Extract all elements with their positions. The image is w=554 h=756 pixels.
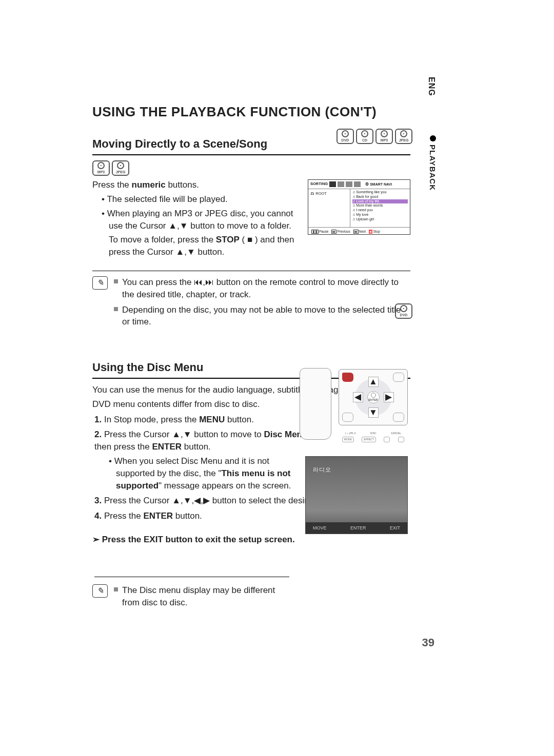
text-frag: Previous <box>337 230 350 233</box>
side-tab-dot <box>430 135 436 141</box>
pad-label: ( ⌂ )/PL II <box>345 432 356 435</box>
text-frag: Pause <box>319 230 328 233</box>
dpad-up-icon: ▲ <box>368 377 379 387</box>
pad-bottom-row-2: MODE EFFECT <box>339 437 407 442</box>
discmenu-exit: Press the EXIT button to exit the setup … <box>92 534 410 546</box>
dpad-illustration: ▲ ▼ ◀ ▶ ENTER ( ⌂ )/PL II D/SC CANCEL MO… <box>339 369 408 425</box>
text-frag: button. <box>225 415 254 424</box>
badge-jpeg-inline: JPEG <box>112 160 129 176</box>
text-frag-bold: ENTER <box>152 442 182 452</box>
dpad-enter-button: ENTER <box>367 391 380 403</box>
pad-label: CANCEL <box>391 432 401 435</box>
text-frag-bold: numeric <box>132 180 166 190</box>
sn-song: Uptown girl <box>352 217 408 222</box>
tv-screen-illustration: 라디오 MOVE ENTER EXIT <box>305 456 408 534</box>
scene-bullet-2: When playing an MP3 or JPEG disc, you ca… <box>102 208 307 232</box>
text-frag: " message appears on the screen. <box>159 481 291 491</box>
discmenu-step-2b: When you select Disc Menu and it is not … <box>109 455 304 492</box>
badge-mp3-inline-label: MP3 <box>97 170 105 175</box>
text-frag-bold: ENTER <box>143 511 173 521</box>
sn-tab-icon <box>329 181 336 187</box>
pad-mini-button: MODE <box>342 437 354 442</box>
enter-ring-icon <box>371 393 376 398</box>
sn-root-folder: ROOT <box>310 191 327 196</box>
sn-stop: ■Stop <box>369 229 380 234</box>
note-icon: ✎ <box>92 584 108 598</box>
discmenu-step-2: 2. Press the Cursor ▲,▼ button to move t… <box>94 428 330 453</box>
text-frag: Next <box>359 230 366 233</box>
tv-enter-label: ENTER <box>350 525 366 532</box>
text-frag: To move a folder, press the <box>109 235 216 244</box>
text-frag: Press the Cursor ▲,▼,◀,▶ button to selec… <box>104 496 339 505</box>
smart-navi-panel: SORTING SMART NAVI ROOT Something like y… <box>308 179 410 235</box>
enter-label: ENTER <box>368 398 378 402</box>
tv-menu-label: 라디오 <box>313 466 400 474</box>
pad-mini-button: EFFECT <box>362 437 375 442</box>
sn-pause: ❚❚Pause <box>311 229 328 234</box>
discmenu-note: The Disc menu display may be different f… <box>122 584 287 609</box>
text-frag: buttons. <box>166 180 199 190</box>
text-frag: Press the <box>104 511 144 521</box>
pad-mini-button <box>398 437 404 442</box>
dpad-right-icon: ▶ <box>384 392 394 402</box>
note-body: You can press the ⏮,⏭ button on the remo… <box>114 276 410 331</box>
badge-jpeg-inline-label: JPEG <box>116 170 126 175</box>
note-icon: ✎ <box>92 276 108 290</box>
scene-bullet-1: The selected ﬁle will be played. <box>102 193 307 206</box>
pad-mini-button <box>384 437 390 442</box>
sn-song: My love <box>352 213 408 217</box>
badge-mp3-inline: MP3 <box>92 160 110 176</box>
text-frag: Press the <box>92 180 132 190</box>
page-title: USING THE PLAYBACK FUNCTION (CON'T) <box>92 103 410 121</box>
sn-song: Something like you <box>352 190 408 195</box>
text-frag: You can press the <box>122 277 194 287</box>
tv-bottom-strip: MOVE ENTER EXIT <box>306 522 407 534</box>
note-bullet-icon <box>114 587 118 591</box>
scene-note-2: Depending on the disc, you may not be ab… <box>122 304 410 329</box>
tv-exit-label: EXIT <box>390 525 400 532</box>
note-bullet-icon <box>114 279 118 283</box>
scene-note-1: You can press the ⏮,⏭ button on the remo… <box>122 276 410 301</box>
dpad: ▲ ▼ ◀ ▶ ENTER <box>355 379 392 416</box>
page-number: 39 <box>422 635 434 651</box>
menu-button-icon <box>342 373 353 382</box>
sn-previous: ⏮Previous <box>331 229 350 234</box>
sn-song: More than words <box>352 203 408 208</box>
dpad-down-icon: ▼ <box>368 407 379 418</box>
text-frag: button. <box>182 442 211 452</box>
text-frag: Stop <box>373 230 380 233</box>
dpad-left-icon: ◀ <box>353 392 363 402</box>
section-scene-heading: Moving Directly to a Scene/Song <box>92 136 410 155</box>
separator <box>94 577 289 577</box>
tv-move-label: MOVE <box>313 525 327 532</box>
text-frag: Press the Cursor ▲,▼ button to move to <box>104 430 264 439</box>
sn-sorting-label: SORTING <box>310 181 328 187</box>
sn-tab-icon <box>354 181 361 187</box>
pad-corner-button-icon <box>393 373 404 382</box>
remote-illustration <box>300 368 331 440</box>
scene-bullet-2b: To move a folder, press the STOP ( ■ ) a… <box>109 234 314 258</box>
sn-tab-icon <box>338 181 344 187</box>
side-tab-section: PLAYBACK <box>427 145 438 191</box>
pad-label: D/SC <box>370 432 377 435</box>
side-tab-lang: ENG <box>426 77 437 96</box>
format-badges-inline: MP3 JPEG <box>92 160 410 176</box>
sn-song: Back for good <box>352 195 408 199</box>
sn-next: ⏭Next <box>353 229 366 234</box>
pad-corner-button-icon <box>342 413 353 422</box>
sn-smartnavi-label: SMART NAVI <box>365 182 392 187</box>
sn-song-highlighted: Love of my life <box>352 199 408 204</box>
rewind-forward-icon: ⏮,⏭ <box>194 277 214 287</box>
pad-corner-button-icon <box>393 413 404 422</box>
text-frag: In Stop mode, press the <box>104 415 199 424</box>
text-frag-bold: STOP <box>216 235 240 244</box>
sn-tab-icon <box>346 181 352 187</box>
sn-song: I need you <box>352 208 408 213</box>
note-bullet-icon <box>114 307 118 311</box>
sn-song-list: Something like you Back for good Love of… <box>350 189 410 227</box>
text-frag-bold: MENU <box>199 415 225 424</box>
pad-bottom-row: ( ⌂ )/PL II D/SC CANCEL <box>339 432 407 435</box>
text-frag: button. <box>173 511 202 521</box>
